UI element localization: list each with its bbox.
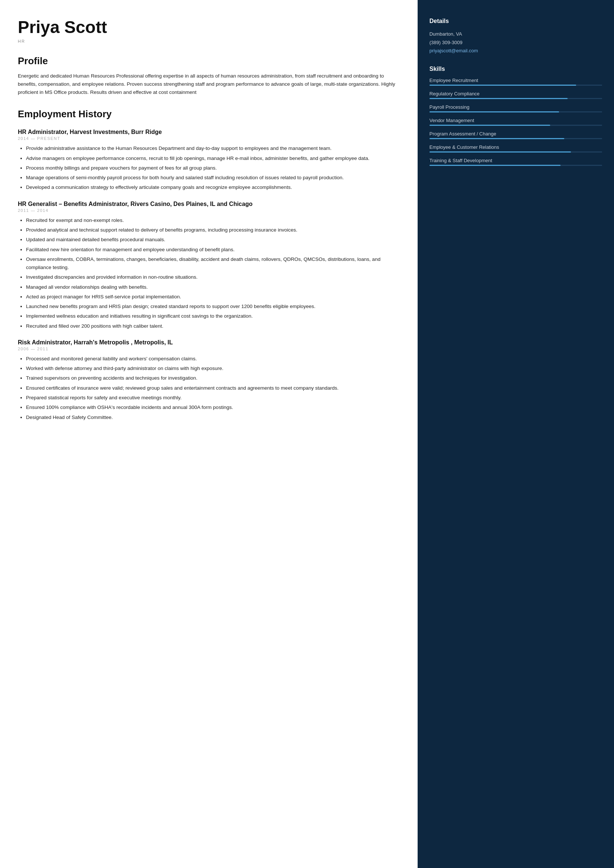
bullet-2-1: Worked with defense attorney and third-p…	[26, 364, 400, 373]
profile-heading: Profile	[18, 55, 400, 67]
bullet-0-0: Provide administrative assistance to the…	[26, 144, 400, 152]
bullet-0-2: Process monthly billings and prepare vou…	[26, 164, 400, 172]
skill-name-0: Employee Recruitment	[429, 78, 602, 83]
skill-bar-fill-4	[429, 138, 564, 139]
skill-bar-bg-6	[429, 165, 602, 166]
bullet-2-2: Trained supervisors on preventing accide…	[26, 374, 400, 382]
job-bullets-2: Processed and monitored general liabilit…	[18, 355, 400, 422]
skill-name-4: Program Assessment / Change	[429, 131, 602, 136]
skill-bar-fill-2	[429, 111, 559, 112]
job-bullets-0: Provide administrative assistance to the…	[18, 144, 400, 192]
skills-heading: Skills	[429, 66, 602, 72]
details-heading: Details	[429, 18, 602, 25]
bullet-2-4: Prepared statistical reports for safety …	[26, 394, 400, 402]
job-title-0: HR Administrator, Harvest Investments, B…	[18, 129, 400, 135]
bullet-1-8: Launched new benefits program and HRIS p…	[26, 302, 400, 311]
candidate-name: Priya Scott	[18, 18, 400, 37]
location: Dumbarton, VA	[429, 30, 602, 38]
email-link[interactable]: priyajscott@email.com	[429, 48, 478, 53]
skill-bar-bg-5	[429, 151, 602, 152]
bullet-0-4: Developed a communication strategy to ef…	[26, 183, 400, 192]
employment-section: Employment History HR Administrator, Har…	[18, 108, 400, 421]
skill-5: Employee & Customer Relations	[429, 144, 602, 152]
skill-bar-fill-0	[429, 85, 576, 86]
skill-6: Training & Staff Development	[429, 158, 602, 166]
bullet-1-0: Recruited for exempt and non-exempt role…	[26, 216, 400, 225]
bullet-1-9: Implemented wellness education and initi…	[26, 312, 400, 320]
skill-name-1: Regulatory Compliance	[429, 91, 602, 96]
job-entry-2: Risk Administrator, Harrah's Metropolis …	[18, 339, 400, 422]
skill-bar-bg-0	[429, 85, 602, 86]
bullet-2-3: Ensured certificates of insurance were v…	[26, 384, 400, 392]
skill-bar-bg-2	[429, 111, 602, 112]
bullet-0-1: Advise managers on employee performance …	[26, 154, 400, 163]
bullet-2-0: Processed and monitored general liabilit…	[26, 355, 400, 363]
job-entry-0: HR Administrator, Harvest Investments, B…	[18, 129, 400, 192]
bullet-1-3: Facilitated new hire orientation for man…	[26, 246, 400, 254]
job-title-1: HR Generalist – Benefits Administrator, …	[18, 201, 400, 208]
bullet-1-7: Acted as project manager for HRIS self-s…	[26, 293, 400, 301]
bullet-1-4: Oversaw enrollments, COBRA, terminations…	[26, 255, 400, 272]
bullet-1-1: Provided analytical and technical suppor…	[26, 226, 400, 234]
skill-bar-bg-4	[429, 138, 602, 139]
bullet-1-6: Managed all vendor relationships dealing…	[26, 283, 400, 291]
main-content: Priya Scott HR Profile Energetic and ded…	[0, 0, 418, 868]
skill-0: Employee Recruitment	[429, 78, 602, 86]
bullet-1-5: Investigated discrepancies and provided …	[26, 273, 400, 281]
job-dates-1: 2011 — 2014	[18, 208, 400, 212]
skills-section: Skills Employee Recruitment Regulatory C…	[429, 66, 602, 166]
skill-4: Program Assessment / Change	[429, 131, 602, 139]
employment-heading: Employment History	[18, 108, 400, 120]
skill-bar-fill-6	[429, 165, 561, 166]
job-title-2: Risk Administrator, Harrah's Metropolis …	[18, 339, 400, 346]
skill-name-2: Payroll Processing	[429, 104, 602, 110]
skill-name-3: Vendor Management	[429, 118, 602, 123]
candidate-title: HR	[18, 39, 400, 43]
skill-bar-fill-5	[429, 151, 571, 152]
skill-name-6: Training & Staff Development	[429, 158, 602, 163]
skill-bar-bg-1	[429, 98, 602, 99]
skill-bar-bg-3	[429, 125, 602, 126]
bullet-2-5: Ensured 100% compliance with OSHA's reco…	[26, 403, 400, 412]
bullet-0-3: Manage operations of semi-monthly payrol…	[26, 174, 400, 182]
skill-3: Vendor Management	[429, 118, 602, 126]
skill-bar-fill-3	[429, 125, 550, 126]
job-entry-1: HR Generalist – Benefits Administrator, …	[18, 201, 400, 330]
job-bullets-1: Recruited for exempt and non-exempt role…	[18, 216, 400, 330]
details-section: Details Dumbarton, VA (389) 309-3009 pri…	[429, 18, 602, 54]
phone: (389) 309-3009	[429, 38, 602, 47]
header-section: Priya Scott HR	[18, 18, 400, 43]
skill-1: Regulatory Compliance	[429, 91, 602, 99]
job-dates-2: 2006 — 2011	[18, 347, 400, 351]
bullet-1-10: Recruited and filled over 200 positions …	[26, 322, 400, 330]
profile-section: Profile Energetic and dedicated Human Re…	[18, 55, 400, 97]
sidebar: Details Dumbarton, VA (389) 309-3009 pri…	[418, 0, 614, 868]
profile-text: Energetic and dedicated Human Resources …	[18, 72, 400, 97]
skill-name-5: Employee & Customer Relations	[429, 144, 602, 150]
skill-2: Payroll Processing	[429, 104, 602, 112]
bullet-2-6: Designated Head of Safety Committee.	[26, 414, 400, 422]
job-dates-0: 2014 — PRESENT	[18, 136, 400, 141]
skill-bar-fill-1	[429, 98, 567, 99]
bullet-1-2: Updated and maintained detailed benefits…	[26, 236, 400, 244]
